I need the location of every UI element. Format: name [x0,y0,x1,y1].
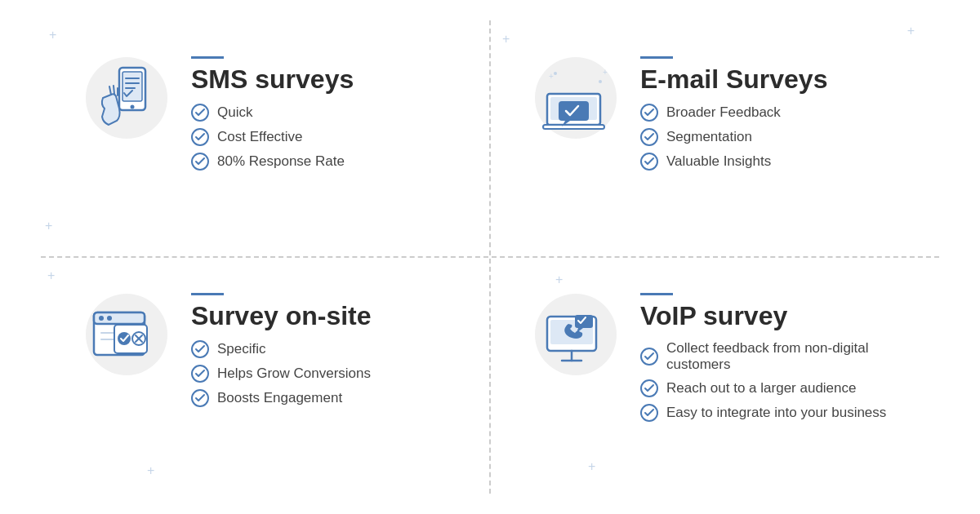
decorator-plus: + [147,464,154,477]
decorator-plus: + [588,460,595,473]
check-icon [191,340,209,358]
title-line [640,293,673,295]
sms-icon-area [82,53,172,143]
email-title-bar: E-mail Surveys [640,56,898,94]
svg-rect-14 [543,125,604,129]
sms-title: SMS surveys [191,65,449,94]
title-line [191,56,224,59]
sms-features: Quick Cost Effective 80% Response Rate [191,104,449,171]
check-icon [191,389,209,407]
title-line [640,56,673,59]
list-item: Collect feedback from non-digital custom… [640,340,898,373]
check-icon [640,153,658,171]
list-item: Easy to integrate into your business [640,404,898,422]
card-onsite: + + [41,257,490,494]
email-features: Broader Feedback Segmentation Valuable I… [640,104,898,171]
svg-point-31 [118,332,131,345]
list-item: Cost Effective [191,128,449,146]
list-item: Helps Grow Conversions [191,365,449,383]
onsite-icon [90,300,163,370]
voip-title: VoIP survey [640,302,898,330]
card-voip: + + VoIP survey [490,257,939,494]
svg-text:+: + [549,72,554,81]
check-icon [640,104,658,122]
decorator-plus: + [49,29,56,42]
decorator-plus: + [45,219,52,233]
list-item: Segmentation [640,128,898,146]
email-title: E-mail Surveys [640,65,898,94]
svg-point-18 [599,80,602,83]
onsite-title: Survey on-site [191,302,449,330]
svg-rect-42 [575,315,593,328]
voip-icon [539,300,612,370]
check-icon [191,153,209,171]
voip-title-bar: VoIP survey [640,293,898,330]
check-icon [640,404,658,422]
decorator-plus: + [47,269,55,282]
title-line [191,293,224,295]
list-item: Quick [191,104,449,122]
voip-icon-area [531,290,621,379]
onsite-features: Specific Helps Grow Conversions Boosts E… [191,340,449,407]
check-icon [191,365,209,383]
voip-features: Collect feedback from non-digital custom… [640,340,898,422]
check-icon [640,128,658,146]
decorator-plus: + [502,33,510,46]
list-item: Boosts Engagement [191,389,449,407]
svg-point-17 [554,72,557,75]
card-sms: + + [41,20,490,257]
svg-text:+: + [603,68,608,77]
onsite-title-bar: Survey on-site [191,293,449,330]
decorator-plus: + [555,273,563,286]
main-grid: + + [41,20,939,494]
svg-point-26 [99,316,104,321]
onsite-content: Survey on-site Specific Helps Grow Conve… [191,290,449,407]
svg-point-27 [107,316,112,321]
voip-content: VoIP survey Collect feedback from non-di… [640,290,898,422]
email-content: E-mail Surveys Broader Feedback Segmenta… [640,53,898,171]
list-item: 80% Response Rate [191,153,449,171]
sms-title-bar: SMS surveys [191,56,449,94]
onsite-icon-area [82,290,172,379]
decorator-plus: + [907,24,915,38]
list-item: Valuable Insights [640,153,898,171]
check-icon [191,128,209,146]
check-icon [640,348,658,366]
email-icon-area: + + [531,53,621,143]
list-item: Broader Feedback [640,104,898,122]
sms-content: SMS surveys Quick Cost Effective [191,53,449,171]
list-item: Specific [191,340,449,358]
card-email: + + + + E-ma [490,20,939,257]
sms-icon [96,64,158,133]
list-item: Reach out to a larger audience [640,379,898,397]
svg-rect-1 [122,72,142,101]
check-icon [640,379,658,397]
svg-line-6 [109,86,111,95]
check-icon [191,104,209,122]
email-icon: + + [539,65,612,131]
svg-point-5 [130,104,134,109]
svg-line-7 [114,86,114,94]
